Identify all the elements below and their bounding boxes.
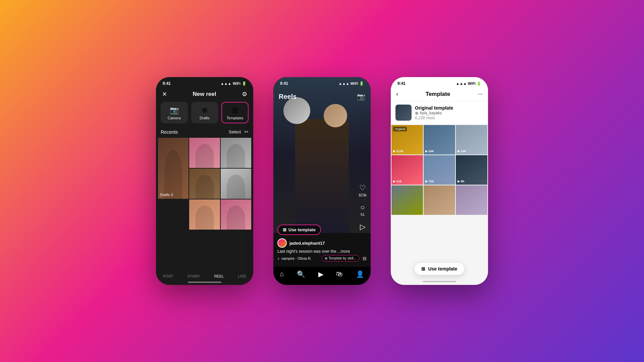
heart-icon: ♡ [359, 184, 366, 192]
template-pill-icon: ⊞ [325, 256, 327, 260]
status-icons-2: ▲▲▲ WiFi 🔋 [338, 81, 364, 86]
tgrid-count-6: ▶ 8K [458, 180, 465, 183]
tab-row: 📷 Camera ⊕ Drafts ⊞ Templates [156, 102, 253, 127]
scissors-icon: ✂ [244, 129, 249, 135]
tgrid-cell-3[interactable]: ▶ 13K [456, 125, 487, 155]
author-name-row: ⊕ kyia_kayaks [415, 111, 483, 116]
tgrid-cell-4[interactable]: ▶ 11K [391, 155, 423, 185]
more-options-icon[interactable]: ⊟ [363, 256, 367, 261]
select-button[interactable]: Select [229, 129, 241, 134]
tgrid-count-3: ▶ 13K [458, 149, 466, 153]
profile-nav-icon[interactable]: 👤 [356, 270, 364, 278]
tab-templates[interactable]: ⊞ Templates [221, 102, 249, 123]
template-pill[interactable]: ⊞ Template by stell... [322, 255, 359, 261]
close-button[interactable]: ✕ [162, 90, 167, 98]
status-bar-3: 9:41 ▲▲▲ WiFi 🔋 [391, 77, 488, 88]
music-text: vampire · Olivia R. [281, 256, 320, 260]
time-2: 9:41 [280, 81, 288, 86]
bottom-nav-2: ⌂ 🔍 ▶ 🛍 👤 [273, 267, 371, 285]
author-username[interactable]: kyia_kayaks [420, 111, 442, 115]
comment-action[interactable]: ○ 51 [360, 203, 365, 217]
tgrid-count-4: ▶ 11K [393, 180, 402, 183]
phone3-header: ‹ Template ··· [391, 88, 488, 101]
phone-new-reel: 9:41 ▲▲▲ WiFi 🔋 ✕ New reel ⚙ 📷 Camera [156, 77, 253, 285]
reel-music-row: ♪ vampire · Olivia R. ⊞ Template by stel… [277, 255, 367, 261]
right-sidebar: ♡ 823k ○ 51 ▷ [359, 184, 367, 231]
recents-label[interactable]: Recents [161, 129, 178, 135]
phone-template-detail: 9:41 ▲▲▲ WiFi 🔋 ‹ Template ··· Original … [391, 77, 488, 285]
grid-cell-5[interactable] [189, 199, 220, 230]
nav-story[interactable]: STORY [187, 274, 200, 278]
template-icon-2: ⊞ [283, 227, 286, 232]
original-badge: Original [393, 127, 407, 131]
settings-icon[interactable]: ⚙ [242, 90, 247, 98]
status-bar-2: 9:41 ▲▲▲ WiFi 🔋 [273, 77, 371, 88]
use-template-button-3[interactable]: ⊞ Use template [415, 263, 464, 275]
template-page-title: Template [426, 91, 450, 98]
back-button[interactable]: ‹ [396, 90, 398, 98]
reels-title: Reels [279, 93, 297, 101]
tab-templates-label: Templates [227, 116, 244, 120]
use-template-button-2[interactable]: ⊞ Use template [277, 225, 321, 235]
more-options-button[interactable]: ··· [478, 90, 483, 98]
phone1-header: ✕ New reel ⚙ [156, 88, 253, 102]
nav-reel[interactable]: REEL [214, 274, 224, 278]
grid-cell-3[interactable] [189, 169, 220, 199]
tgrid-cell-9[interactable] [456, 185, 487, 215]
template-author-row: Original template ⊕ kyia_kayaks 6,238 re… [391, 101, 488, 124]
tgrid-count-1: ▶ 212K [393, 149, 404, 153]
template-name: Original template [415, 105, 483, 111]
status-icons-3: ▲▲▲ WiFi 🔋 [456, 81, 481, 86]
reels-nav-icon[interactable]: ▶ [318, 270, 323, 278]
like-count: 823k [359, 193, 367, 197]
tab-drafts[interactable]: ⊕ Drafts [191, 102, 218, 123]
grid-cell-drafts[interactable]: Drafts 3 [158, 138, 189, 199]
tgrid-cell-2[interactable]: ▶ 24K [424, 125, 455, 155]
tgrid-cell-1[interactable]: Original ▶ 212K [391, 125, 423, 155]
search-nav-icon[interactable]: 🔍 [297, 270, 305, 278]
nav-live[interactable]: LIVE [238, 274, 246, 278]
phone-reels-feed: 9:41 ▲▲▲ WiFi 🔋 Reels 📷 ♡ 823k ○ 51 [273, 77, 371, 285]
grid-cell-4[interactable] [221, 169, 251, 199]
tgrid-cell-6[interactable]: ▶ 8K [456, 155, 487, 185]
use-template-label-2: Use template [288, 227, 316, 232]
template-grid: Original ▶ 212K ▶ 24K ▶ 13K ▶ 11K ▶ 73K … [391, 124, 488, 216]
tgrid-count-2: ▶ 24K [425, 149, 434, 153]
template-pill-label: Template by stell... [328, 256, 356, 260]
recents-right: Select ✂ [229, 129, 249, 135]
grid-cell-1[interactable] [189, 138, 220, 168]
author-avatar-icon: ⊕ [415, 111, 419, 116]
home-indicator-1 [188, 282, 221, 283]
tgrid-cell-8[interactable] [424, 185, 455, 215]
use-template-label-3: Use template [428, 266, 457, 272]
drafts-label: Drafts 3 [160, 193, 173, 197]
tab-drafts-label: Drafts [200, 116, 209, 120]
time-3: 9:41 [397, 81, 406, 86]
tgrid-cell-7[interactable] [391, 185, 423, 215]
tgrid-count-5: ▶ 73K [425, 180, 434, 183]
recents-bar: Recents Select ✂ [156, 127, 253, 138]
page-title-1: New reel [193, 91, 216, 98]
shop-nav-icon[interactable]: 🛍 [336, 270, 343, 278]
home-indicator-3 [423, 281, 456, 282]
home-nav-icon[interactable]: ⌂ [280, 270, 284, 278]
like-action[interactable]: ♡ 823k [359, 184, 367, 197]
music-icon: ♪ [277, 256, 279, 261]
comment-count: 51 [361, 213, 365, 217]
tab-camera-label: Camera [168, 116, 181, 120]
nav-post[interactable]: POST [163, 274, 173, 278]
author-thumbnail [395, 105, 412, 121]
grid-cell-2[interactable] [221, 138, 251, 168]
tgrid-cell-5[interactable]: ▶ 73K [424, 155, 455, 185]
reel-caption: Last night's session was over the ...mor… [277, 249, 367, 254]
tab-camera[interactable]: 📷 Camera [161, 102, 188, 123]
reels-count: 6,238 reels [415, 116, 483, 120]
grid-cell-6[interactable] [221, 199, 251, 230]
camera-icon-2[interactable]: 📷 [357, 93, 365, 101]
drafts-icon: ⊕ [202, 106, 208, 115]
reel-username[interactable]: jaded.elephant17 [289, 241, 325, 246]
reel-bottom-content: ⊞ Use template jaded.elephant17 Last nig… [273, 225, 371, 261]
user-avatar [277, 238, 287, 248]
reels-header: Reels 📷 [273, 88, 371, 103]
templates-icon: ⊞ [232, 106, 238, 115]
